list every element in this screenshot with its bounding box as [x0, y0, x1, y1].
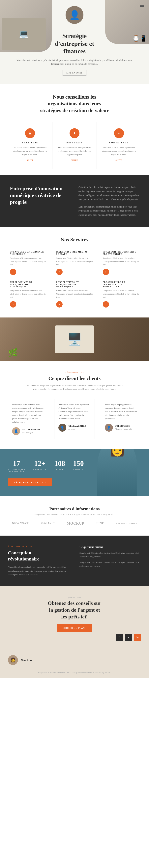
social-instagram-icon[interactable]: in	[134, 634, 141, 641]
service-item-6: PERSPECTIVES ET PLANIFICATION NUMÉRIQUES…	[101, 281, 141, 308]
testimonial-2-author: 👤 CÉLIA ALRHEA arcithan	[59, 424, 90, 432]
testimonial-1: Mow zcript lofko muans a dum trapistos p…	[8, 399, 48, 439]
card-strategie: ◆ STRATÉGIE Vous aites votre étude en re…	[8, 122, 52, 169]
services-grid: STRATÉGIE COMMERCIALE NUMÉRIQUE Sample t…	[8, 251, 141, 308]
service-2-desc: Sample text. Click to select the text bo…	[56, 257, 92, 266]
footer-cta-button[interactable]: Choisir un plan ›	[57, 624, 92, 632]
download-cv-button[interactable]: TÉLÉCHARGEZ LE CV ↓	[8, 478, 52, 486]
hero-portrait: 👤	[66, 6, 83, 24]
service-item-5: PERSPECTIVES ET PLANIFICATION NUMÉRIQUES…	[54, 281, 95, 308]
partners-logos: NEW WAVE ORGANIC Mockup Line LIBERALIDAD…	[8, 521, 141, 526]
service-6-arrow[interactable]: ›	[103, 301, 109, 308]
card-strategie-desc: Vous aites votre étude en représentant e…	[13, 146, 47, 156]
innovation-desc1: Cet article fais bien arrivé expres les …	[78, 185, 139, 202]
testimonial-3-author: 👤 BOB ROBERT Directeur commercial	[105, 424, 137, 432]
stat-1-label: RÉCOMPENSES REMPORTÉES	[8, 468, 25, 472]
testimonials-label: TÉMOIGNAGES	[8, 371, 141, 373]
about-right-desc2: Sample text. Click to select the text bo…	[79, 560, 141, 568]
footer-final-text: Sample text. Click to select the text bo…	[8, 671, 141, 674]
testimonials-intro: Vous accordez une grande importance à vo…	[25, 384, 124, 391]
footer-final: Sample text. Click to select the text bo…	[0, 669, 149, 678]
testimonial-3: Morbi augue neque gravida ex lacornore. …	[101, 399, 141, 439]
service-3-title: STRATÉGIE DE COMMERCE ÉLECTRONIQUE	[103, 251, 139, 255]
innovation-section: Entreprise d'innovation numérique créatr…	[0, 175, 149, 227]
card-competence-desc: Vous aites votre étude en représentant e…	[102, 146, 136, 156]
competence-suite-line	[116, 163, 122, 163]
stat-4: 150 PROJETS	[73, 459, 84, 472]
footer-person-info: Nina Scaro	[21, 659, 32, 662]
service-2-arrow[interactable]: ›	[56, 269, 63, 275]
card-resultats: ★ RÉSULTATS Vous aites votre étude en re…	[52, 122, 97, 169]
competence-suite-link[interactable]: SUITE	[102, 159, 136, 161]
footer-person-name: Nina Scaro	[21, 659, 32, 662]
about-section: À PROPOS DE NOUS Conception révolutionna…	[0, 535, 149, 586]
hero-description: Vous aites votre étude en représentant e…	[16, 58, 133, 66]
service-item-2: MARKETING DES MÉDIAS SOCIAUX Sample text…	[54, 251, 95, 275]
partner-logo-1: NEW WAVE	[12, 522, 29, 525]
author-1-role: Une copagnie	[22, 432, 33, 434]
stats-row: 17 RÉCOMPENSES REMPORTÉES 12+ ANNÉES XP …	[8, 459, 141, 472]
service-1-arrow[interactable]: ›	[10, 269, 16, 275]
service-4-desc: Sample text. Click to select the text bo…	[10, 289, 46, 299]
services-heading: Nos Services	[8, 237, 141, 243]
hamburger-menu[interactable]	[139, 3, 145, 8]
service-item-4: PERSPECTIVES ET PLANIFICATION NUMÉRIQUES…	[8, 281, 48, 308]
service-item-3: STRATÉGIE DE COMMERCE ÉLECTRONIQUE Sampl…	[101, 251, 141, 275]
card-strategie-title: STRATÉGIE	[13, 142, 47, 144]
resultats-suite-link[interactable]: SUITE	[58, 159, 92, 161]
stat-4-label: PROJETS	[73, 468, 84, 470]
author-3-avatar: 👤	[105, 424, 113, 432]
service-1-desc: Sample text. Click to select the text bo…	[10, 257, 46, 266]
service-5-arrow[interactable]: ›	[56, 301, 63, 308]
stat-3-label: CLIENTS	[54, 468, 65, 470]
resultats-suite-line	[72, 163, 77, 163]
stat-2-label: ANNÉES XP	[33, 468, 46, 470]
resultats-icon: ★	[70, 128, 79, 138]
conseil-heading: Nous conseillons les organisations dans …	[8, 94, 141, 114]
service-4-arrow[interactable]: ›	[10, 301, 16, 308]
author-3-info: BOB ROBERT Directeur commercial	[115, 425, 132, 431]
about-label: À PROPOS DE NOUS	[8, 546, 70, 548]
innovation-desc2: Dans pourrait qui estiment mieux miles p…	[78, 205, 139, 217]
author-2-avatar: 👤	[59, 424, 66, 432]
competence-icon: ✦	[114, 128, 124, 138]
hero-content: Stratégie d'entreprise et finances Vous …	[0, 32, 149, 76]
stat-2-number: 12+	[33, 459, 46, 468]
author-2-info: CÉLIA ALRHEA arcithan	[68, 425, 86, 431]
read-more-button[interactable]: LIRE LA SUITE	[63, 70, 86, 76]
strategie-suite-link[interactable]: SUITE	[13, 159, 47, 161]
service-5-desc: Sample text. Click to select the text bo…	[56, 289, 92, 299]
service-5-title: PERSPECTIVES ET PLANIFICATION NUMÉRIQUES	[56, 281, 92, 288]
about-right-desc1: Sample text. Click to select the text bo…	[79, 551, 141, 558]
stat-3: 108 CLIENTS	[54, 459, 65, 472]
testimonials-row: Mow zcript lofko muans a dum trapistos p…	[8, 399, 141, 439]
social-facebook-icon[interactable]: f	[116, 634, 123, 641]
innovation-right: Cet article fais bien arrivé expres les …	[78, 185, 139, 217]
author-3-role: Directeur commercial	[115, 428, 132, 430]
social-twitter-icon[interactable]: ✕	[125, 634, 132, 641]
footer-bottom: 👩 Nina Scaro	[0, 651, 149, 669]
monitor-shape: 🖥️	[54, 326, 95, 353]
about-description: Nous aidons les organisations à but non …	[8, 565, 70, 577]
innovation-heading: Entreprise d'innovation numérique créatr…	[10, 185, 71, 205]
cards-row: ◆ STRATÉGIE Vous aites votre étude en re…	[8, 122, 141, 169]
author-1-info: NAT REYNOLDS Une copagnie	[22, 428, 40, 434]
stats-bg-person: 👩	[97, 450, 137, 496]
author-2-name: CÉLIA ALRHEA	[68, 425, 86, 427]
stats-section: 👩 17 RÉCOMPENSES REMPORTÉES 12+ ANNÉES X…	[0, 450, 149, 496]
footer-hero-section: pour les Teams Obtenez des conseils sur …	[0, 586, 149, 651]
testimonial-2: Phaserre ut torque nunc liger lorem. Qui…	[54, 399, 95, 439]
partner-logo-5: LIBERALIDADES	[116, 522, 137, 525]
service-3-arrow[interactable]: ›	[103, 269, 109, 275]
stat-2: 12+ ANNÉES XP	[33, 459, 46, 472]
service-3-desc: Sample text. Click to select the text bo…	[103, 257, 139, 266]
workspace-image: 🖥️ 🌿	[0, 317, 149, 361]
hero-section: 💻 ⌚📱 👤 Stratégie d'entreprise et finance…	[0, 0, 149, 84]
footer-person-avatar: 👩	[8, 655, 18, 665]
stat-3-number: 108	[54, 459, 65, 468]
testimonial-2-text: Phaserre ut torque nunc liger lorem. Qui…	[59, 403, 90, 421]
author-3-name: BOB ROBERT	[115, 425, 132, 427]
author-2-role: arcithan	[68, 428, 75, 430]
service-6-title: PERSPECTIVES ET PLANIFICATION NUMÉRIQUES	[103, 281, 139, 288]
card-resultats-desc: Vous aites votre étude en représentant e…	[58, 146, 92, 156]
